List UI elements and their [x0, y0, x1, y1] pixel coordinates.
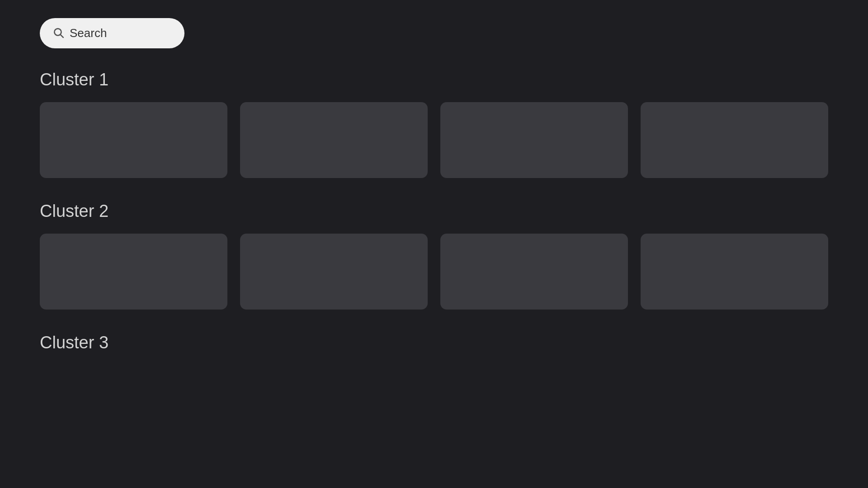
search-bar[interactable]: Search [40, 18, 184, 48]
cluster-3-section: Cluster 3 [40, 333, 828, 352]
cluster-2-grid [40, 234, 828, 310]
cluster-card[interactable] [40, 102, 227, 178]
cluster-card[interactable] [240, 102, 428, 178]
cluster-1-grid [40, 102, 828, 178]
cluster-2-title: Cluster 2 [40, 202, 828, 221]
cluster-card[interactable] [641, 234, 828, 310]
search-icon [52, 27, 64, 40]
search-bar-wrapper: Search [40, 18, 828, 48]
cluster-2-section: Cluster 2 [40, 202, 828, 310]
cluster-1-section: Cluster 1 [40, 70, 828, 178]
cluster-card[interactable] [440, 234, 628, 310]
cluster-card[interactable] [40, 234, 227, 310]
cluster-1-title: Cluster 1 [40, 70, 828, 89]
cluster-card[interactable] [240, 234, 428, 310]
cluster-3-title: Cluster 3 [40, 333, 828, 352]
cluster-card[interactable] [641, 102, 828, 178]
search-label: Search [70, 26, 107, 40]
svg-line-1 [61, 34, 63, 37]
page-container: Search Cluster 1 Cluster 2 Cluster 3 [0, 0, 868, 394]
cluster-card[interactable] [440, 102, 628, 178]
